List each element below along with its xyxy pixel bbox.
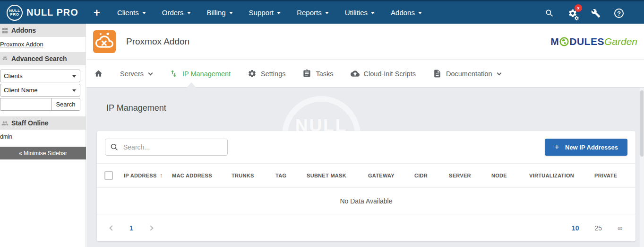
column-header-node[interactable]: NODE [491,173,529,178]
sort-asc-icon: ↑ [160,172,163,179]
column-header-tag[interactable]: TAG [275,173,307,178]
tab-cloud-init-scripts[interactable]: Cloud-Init Scripts [351,69,416,78]
caret-down-icon [72,75,76,78]
clipboard-icon [302,69,311,78]
next-page-button[interactable] [149,226,153,230]
clients-filter-select[interactable]: Clients [0,70,80,82]
notification-badge: x [575,4,582,12]
sidebar-section-advanced-search: Advanced Search [0,52,86,65]
tab-documentation[interactable]: Documentation [433,69,501,78]
menu-orders[interactable]: Orders [162,9,191,17]
sidebar-section-title: Advanced Search [11,55,67,62]
menu-clients[interactable]: Clients [117,9,146,17]
caret-down-icon [142,12,146,14]
caret-down-icon [229,12,233,14]
menu-reports[interactable]: Reports [297,9,329,17]
tab-servers[interactable]: Servers [120,70,152,78]
column-header-ip-address[interactable]: IP ADDRESS↑ [124,172,172,179]
tab-tasks[interactable]: Tasks [302,69,333,78]
select-all-checkbox[interactable] [104,171,113,180]
minimise-sidebar-button[interactable]: « Minimise Sidebar [0,147,86,159]
pagination-bar: 1 1025∞ [97,214,635,241]
empty-state-text: No Data Available [340,197,392,205]
staff-member: dmin [0,133,12,140]
sidebar-search-input[interactable] [0,98,51,111]
quick-add-button[interactable]: + [94,8,100,18]
small-gear-icon [574,14,579,19]
page-number[interactable]: 1 [129,224,133,232]
column-header-private[interactable]: PRIVATE [594,173,627,178]
proxmox-addon-icon [93,30,116,53]
column-header-trunks[interactable]: TRUNKS [232,173,275,178]
mg-logo-garden: Garden [604,36,637,47]
automation-gears-icon[interactable]: x [567,8,578,18]
page-size-all[interactable]: ∞ [618,224,622,232]
sidebar-section-addons: Addons [0,24,86,37]
mg-logo-dules: DULES [569,36,604,47]
tab-home[interactable] [94,69,103,78]
caret-down-icon [418,12,422,14]
search-icon[interactable] [544,8,555,18]
module-title: Proxmox Addon [126,36,189,47]
menu-billing[interactable]: Billing [207,9,233,17]
active-tab-notch [187,82,196,88]
chevron-down-icon [148,71,153,75]
scrollbar-thumb[interactable] [640,90,644,157]
new-ip-addresses-button[interactable]: + New IP Addresses [545,139,627,156]
table-toolbar: + New IP Addresses [97,131,635,163]
tab-settings[interactable]: Settings [248,69,285,78]
column-header-server[interactable]: SERVER [449,173,491,178]
prev-page-button[interactable] [110,226,114,230]
ip-table-card: + New IP Addresses IP ADDRESS↑MAC ADDRES… [97,131,635,241]
caret-down-icon [187,12,191,14]
swap-vert-icon [169,69,178,78]
column-header-virtualization[interactable]: VIRTUALIZATION [529,173,594,178]
document-icon [433,69,442,78]
menu-support[interactable]: Support [249,9,281,17]
page-size-25[interactable]: 25 [594,224,602,232]
brand-logo[interactable]: NULL PRO NULL PRO [7,5,78,21]
caret-down-icon [371,12,375,14]
column-header-gateway[interactable]: GATEWAY [368,173,414,178]
sidebar-search-button[interactable]: Search [51,98,80,111]
brand-name: NULL PRO [26,7,78,18]
sidebar-section-title: Staff Online [11,119,49,127]
home-icon [94,69,103,78]
tab-ip-management[interactable]: IP Management [169,69,231,78]
gear-icon [248,69,257,78]
menu-addons[interactable]: Addons [391,9,422,17]
sidebar-section-title: Addons [11,26,36,34]
table-search-input[interactable] [123,143,223,151]
staff-icon [1,120,9,127]
page-title: IP Management [106,103,166,113]
chevron-down-icon [497,71,501,75]
globe-icon [559,37,569,46]
page-size-options: 1025∞ [572,224,622,232]
topbar-icons: x ? [544,1,624,25]
page-size-10[interactable]: 10 [572,224,579,232]
empty-state-row: No Data Available [97,188,635,214]
column-header-mac-address[interactable]: MAC ADDRESS [172,173,232,178]
brand-logo-icon: NULL PRO [7,5,23,21]
sidebar-link-proxmox-addon[interactable]: Proxmox Addon [0,41,43,48]
table-header-row: IP ADDRESS↑MAC ADDRESSTRUNKSTAGSUBNET MA… [97,163,635,188]
column-header-subnet-mask[interactable]: SUBNET MASK [307,173,368,178]
sidebar: Addons Proxmox Addon Advanced Search Cli… [0,24,86,247]
column-header-cidr[interactable]: CIDR [414,173,449,178]
content-area: NULL PRO IP Management + New IP Addresse… [86,88,644,247]
search-icon [110,143,119,151]
modulesgarden-logo: M DULES Garden [550,36,637,47]
sidebar-search-row: Search [0,98,80,111]
caret-down-icon [277,12,281,14]
selected-value: Client Name [4,87,38,94]
client-name-filter-select[interactable]: Client Name [0,84,80,97]
scrollbar[interactable] [640,88,644,247]
module-header: Proxmox Addon M DULES Garden [86,24,644,60]
menu-utilities[interactable]: Utilities [345,9,375,17]
logo-badge-line2: PRO [10,13,19,17]
module-tabbar: ServersIP ManagementSettingsTasksCloud-I… [86,60,644,88]
caret-down-icon [72,89,76,92]
help-icon[interactable]: ? [614,8,624,18]
wrench-icon[interactable] [591,8,601,18]
mg-logo-m: M [550,36,559,47]
